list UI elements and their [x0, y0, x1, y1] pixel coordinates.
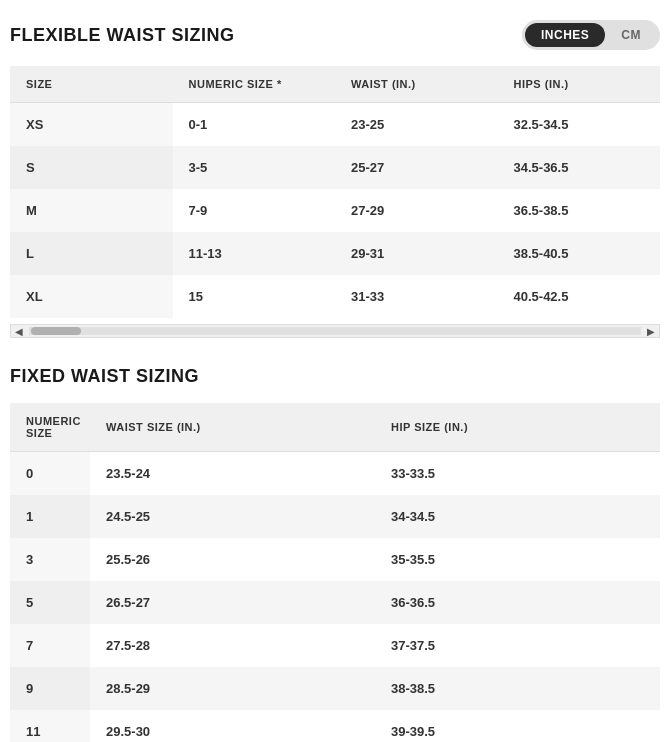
flexible-col-numeric: NUMERIC SIZE * [173, 66, 336, 103]
flexible-col-hips: HIPS (IN.) [498, 66, 661, 103]
flexible-table-cell: 36.5-38.5 [498, 189, 661, 232]
fixed-table-cell: 36-36.5 [375, 581, 660, 624]
flexible-scroll-arrow-left[interactable]: ◀ [11, 326, 27, 337]
flexible-table-cell: L [10, 232, 173, 275]
flexible-table-cell: 11-13 [173, 232, 336, 275]
fixed-table-cell: 25.5-26 [90, 538, 375, 581]
fixed-table-cell: 35-35.5 [375, 538, 660, 581]
fixed-table-cell: 28.5-29 [90, 667, 375, 710]
fixed-table-row: 727.5-2837-37.5 [10, 624, 660, 667]
fixed-section-title: FIXED WAIST SIZING [10, 366, 199, 387]
flexible-scrollbar[interactable]: ◀ ▶ [10, 324, 660, 338]
flexible-table-wrapper: SIZE NUMERIC SIZE * WAIST (IN.) HIPS (IN… [10, 66, 660, 318]
flexible-table-cell: 40.5-42.5 [498, 275, 661, 318]
fixed-table-header-row: NUMERICSIZE WAIST SIZE (IN.) HIP SIZE (I… [10, 403, 660, 452]
fixed-table-cell: 27.5-28 [90, 624, 375, 667]
flexible-table-cell: 27-29 [335, 189, 498, 232]
fixed-table-cell: 3 [10, 538, 90, 581]
fixed-table-row: 526.5-2736-36.5 [10, 581, 660, 624]
fixed-table-cell: 26.5-27 [90, 581, 375, 624]
fixed-table-cell: 34-34.5 [375, 495, 660, 538]
fixed-table-cell: 0 [10, 452, 90, 496]
fixed-table-row: 325.5-2635-35.5 [10, 538, 660, 581]
flexible-table-cell: 32.5-34.5 [498, 103, 661, 147]
flexible-scroll-thumb [31, 327, 81, 335]
fixed-table-cell: 11 [10, 710, 90, 742]
flexible-table-row: L11-1329-3138.5-40.5 [10, 232, 660, 275]
flexible-table-cell: 34.5-36.5 [498, 146, 661, 189]
fixed-table-cell: 37-37.5 [375, 624, 660, 667]
fixed-table-wrapper: NUMERICSIZE WAIST SIZE (IN.) HIP SIZE (I… [10, 403, 660, 742]
flexible-table-cell: 23-25 [335, 103, 498, 147]
inches-toggle-button[interactable]: INCHES [525, 23, 605, 47]
cm-toggle-button[interactable]: CM [605, 23, 657, 47]
flexible-table-header-row: SIZE NUMERIC SIZE * WAIST (IN.) HIPS (IN… [10, 66, 660, 103]
fixed-table-cell: 23.5-24 [90, 452, 375, 496]
fixed-table-cell: 1 [10, 495, 90, 538]
fixed-table-cell: 29.5-30 [90, 710, 375, 742]
flexible-table-row: XS0-123-2532.5-34.5 [10, 103, 660, 147]
fixed-table-cell: 5 [10, 581, 90, 624]
flexible-col-waist: WAIST (IN.) [335, 66, 498, 103]
flexible-table-cell: 7-9 [173, 189, 336, 232]
flexible-table-cell: M [10, 189, 173, 232]
flexible-section-header: FLEXIBLE WAIST SIZING INCHES CM [10, 20, 660, 50]
flexible-table-cell: XS [10, 103, 173, 147]
flexible-table-cell: 3-5 [173, 146, 336, 189]
fixed-table-row: 023.5-2433-33.5 [10, 452, 660, 496]
flexible-table-cell: S [10, 146, 173, 189]
flexible-table-cell: 15 [173, 275, 336, 318]
flexible-table: SIZE NUMERIC SIZE * WAIST (IN.) HIPS (IN… [10, 66, 660, 318]
fixed-table-cell: 24.5-25 [90, 495, 375, 538]
fixed-section-header: FIXED WAIST SIZING [10, 366, 660, 387]
flexible-table-cell: 25-27 [335, 146, 498, 189]
fixed-table-cell: 38-38.5 [375, 667, 660, 710]
fixed-table-cell: 33-33.5 [375, 452, 660, 496]
fixed-table-cell: 7 [10, 624, 90, 667]
flexible-scroll-arrow-right[interactable]: ▶ [643, 326, 659, 337]
flexible-table-cell: 0-1 [173, 103, 336, 147]
fixed-col-numeric: NUMERICSIZE [10, 403, 90, 452]
flexible-section-title: FLEXIBLE WAIST SIZING [10, 25, 235, 46]
fixed-table: NUMERICSIZE WAIST SIZE (IN.) HIP SIZE (I… [10, 403, 660, 742]
fixed-table-row: 1129.5-3039-39.5 [10, 710, 660, 742]
fixed-table-cell: 39-39.5 [375, 710, 660, 742]
fixed-col-waist: WAIST SIZE (IN.) [90, 403, 375, 452]
flexible-table-cell: 29-31 [335, 232, 498, 275]
fixed-col-hip: HIP SIZE (IN.) [375, 403, 660, 452]
flexible-table-cell: XL [10, 275, 173, 318]
fixed-table-cell: 9 [10, 667, 90, 710]
flexible-table-row: S3-525-2734.5-36.5 [10, 146, 660, 189]
unit-toggle: INCHES CM [522, 20, 660, 50]
flexible-table-row: XL1531-3340.5-42.5 [10, 275, 660, 318]
flexible-table-row: M7-927-2936.5-38.5 [10, 189, 660, 232]
fixed-table-row: 928.5-2938-38.5 [10, 667, 660, 710]
page-wrapper: FLEXIBLE WAIST SIZING INCHES CM SIZE NUM… [0, 0, 670, 742]
flexible-table-cell: 31-33 [335, 275, 498, 318]
flexible-table-cell: 38.5-40.5 [498, 232, 661, 275]
flexible-scroll-track [29, 327, 641, 335]
fixed-table-row: 124.5-2534-34.5 [10, 495, 660, 538]
flexible-col-size: SIZE [10, 66, 173, 103]
